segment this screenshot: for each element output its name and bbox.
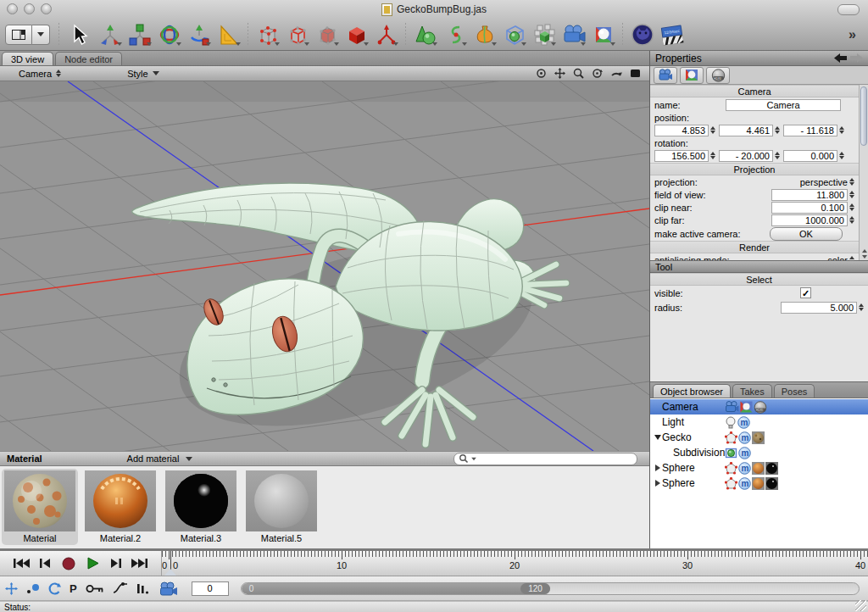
tab-poses[interactable]: Poses	[774, 384, 815, 398]
rotate-tool-button[interactable]	[155, 21, 183, 48]
position-z-stepper[interactable]	[839, 126, 844, 134]
record-button[interactable]	[58, 555, 79, 572]
clip-far-field[interactable]: 1000.000	[771, 214, 848, 226]
polygon-object-icon[interactable]	[725, 462, 737, 475]
viewport-scene[interactable]	[0, 81, 649, 451]
rotation-x-stepper[interactable]	[710, 152, 715, 159]
radius-field[interactable]: 5.000	[781, 302, 857, 314]
orange-material-icon[interactable]	[752, 462, 765, 475]
camera-menu[interactable]: Camera	[19, 69, 61, 79]
disclosure-expanded-icon[interactable]	[653, 435, 662, 440]
material-m-badge[interactable]: m	[738, 447, 751, 459]
fov-stepper[interactable]	[849, 191, 854, 198]
render-settings-button[interactable]	[589, 21, 617, 48]
tab-render-props[interactable]	[680, 67, 704, 84]
material-m-badge[interactable]: m	[738, 462, 751, 475]
transform-axis-button[interactable]	[372, 21, 400, 48]
tab-camera-props[interactable]	[654, 67, 677, 84]
zoom-icon[interactable]	[573, 68, 584, 79]
black-material-icon[interactable]	[765, 462, 778, 475]
rotation-x-field[interactable]: 156.500	[654, 150, 709, 162]
animation-range-slider[interactable]: 0 120	[241, 582, 860, 595]
tab-takes[interactable]: Takes	[732, 384, 772, 398]
add-material-menu[interactable]: Add material	[127, 453, 193, 464]
object-row-camera[interactable]: Camera HDRI	[650, 399, 868, 414]
properties-scrollbar[interactable]	[859, 85, 868, 260]
make-active-ok-button[interactable]: OK	[770, 227, 843, 241]
position-z-field[interactable]: - 11.618	[783, 125, 837, 136]
camera-object-icon[interactable]	[725, 401, 739, 413]
select-tool-button[interactable]	[64, 21, 92, 48]
polygon-object-icon[interactable]	[725, 477, 737, 490]
orbit-icon[interactable]	[592, 68, 603, 79]
position-x-stepper[interactable]	[710, 126, 715, 134]
point-mode-button[interactable]	[253, 21, 281, 48]
layout-selector[interactable]	[5, 25, 50, 45]
bars-icon[interactable]	[136, 583, 150, 594]
tab-node-editor[interactable]: Node editor	[55, 52, 122, 65]
render-badge-icon[interactable]	[740, 401, 753, 413]
toolbar-toggle-button[interactable]	[837, 4, 860, 15]
tab-3d-view[interactable]: 3D view	[2, 52, 53, 65]
disclosure-collapsed-icon[interactable]	[653, 480, 662, 487]
camera-menu-stepper[interactable]	[56, 70, 61, 77]
record-rotation-icon[interactable]	[48, 582, 61, 595]
scroll-down-button[interactable]	[862, 255, 867, 259]
antialiasing-popup[interactable]: color	[827, 255, 848, 261]
titlebar[interactable]: GeckoBumpBug.jas	[0, 0, 868, 19]
antialiasing-stepper[interactable]	[849, 256, 854, 260]
face-mode-button[interactable]	[313, 21, 341, 48]
rotation-z-stepper[interactable]	[839, 152, 844, 159]
record-parameter-icon[interactable]: P	[70, 582, 77, 595]
history-back-button[interactable]	[834, 53, 847, 63]
object-row-sphere-1[interactable]: Sphere m	[650, 460, 868, 476]
disclosure-collapsed-icon[interactable]	[653, 465, 662, 471]
create-spline-button[interactable]	[441, 21, 469, 48]
layout-dropdown[interactable]	[32, 25, 50, 45]
key-icon[interactable]	[86, 583, 104, 594]
minimize-button[interactable]	[24, 3, 35, 14]
pan-icon[interactable]	[554, 68, 565, 79]
projection-popup[interactable]: perspective	[800, 177, 848, 187]
object-mode-button[interactable]	[342, 21, 370, 48]
scrollbar-thumb[interactable]	[860, 86, 867, 146]
scale-tool-button[interactable]	[125, 21, 153, 48]
object-row-subdivision[interactable]: Subdivision.1 m	[650, 445, 868, 460]
material-item[interactable]: Material.5	[243, 469, 320, 545]
position-y-stepper[interactable]	[775, 126, 780, 134]
position-y-field[interactable]: 4.461	[719, 125, 773, 136]
camera-record-icon[interactable]	[159, 581, 178, 596]
go-to-end-button[interactable]	[130, 555, 150, 572]
material-m-badge[interactable]: m	[737, 416, 750, 429]
hdri-badge-icon[interactable]: HDRI	[754, 401, 767, 414]
orange-material-icon[interactable]	[752, 477, 765, 490]
create-camera-light-button[interactable]	[559, 21, 587, 48]
playhead-marker[interactable]	[164, 569, 176, 576]
material-item[interactable]: Material.3	[163, 469, 239, 545]
subdivision-object-icon[interactable]	[725, 447, 737, 459]
move-tool-button[interactable]	[96, 21, 124, 48]
axis-tool-button[interactable]	[185, 21, 213, 48]
polygon-object-icon[interactable]	[725, 431, 737, 444]
light-object-icon[interactable]	[725, 416, 737, 429]
toolbar-overflow-button[interactable]: »	[842, 27, 863, 42]
resize-grip[interactable]	[855, 600, 866, 611]
material-search-input[interactable]	[453, 453, 637, 465]
tab-object-browser[interactable]: Object browser	[653, 384, 731, 398]
clip-near-stepper[interactable]	[849, 203, 854, 211]
go-to-start-button[interactable]	[11, 555, 31, 572]
record-scale-icon[interactable]	[26, 583, 40, 594]
name-field[interactable]: Camera	[726, 99, 841, 111]
clip-far-stepper[interactable]	[849, 216, 854, 224]
cheetah-render-button[interactable]	[628, 21, 656, 48]
create-primitive-button[interactable]	[411, 21, 439, 48]
history-forward-button[interactable]	[850, 53, 863, 63]
radius-stepper[interactable]	[859, 303, 864, 311]
next-frame-button[interactable]	[106, 555, 126, 572]
camera-arc-icon[interactable]	[610, 68, 622, 79]
measure-tool-button[interactable]	[214, 21, 242, 48]
black-material-icon[interactable]	[765, 477, 778, 490]
viewport-3d[interactable]	[0, 81, 649, 451]
rotation-y-field[interactable]: - 20.000	[719, 150, 773, 162]
render-animation-button[interactable]: 12/34sec	[658, 21, 686, 48]
